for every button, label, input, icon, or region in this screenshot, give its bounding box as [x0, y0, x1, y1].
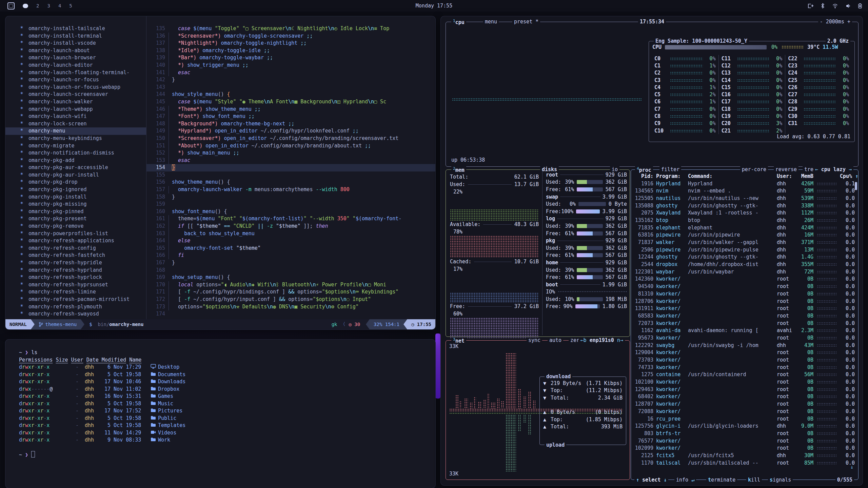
network-icon[interactable] — [832, 3, 838, 8]
code-line[interactable]: 137 *Nightlight*) omarchy-toggle-nightli… — [146, 40, 435, 47]
process-row[interactable]: 2125fcitx5/usr/bin/fcitx5dhh30M0.0 — [631, 452, 858, 459]
code-line[interactable]: 143 — [146, 84, 435, 91]
process-row[interactable]: 2544dropbox/home/dhh/.dropbox-distdhh355… — [631, 261, 858, 268]
process-row[interactable]: 71835elephantelephantdhh424M0.0 — [631, 224, 858, 231]
process-row[interactable]: 102100kworker/root0B0.0 — [631, 378, 858, 386]
code-line[interactable]: 158} — [146, 194, 435, 201]
file-item[interactable]: *omarchy-refresh-swayosd — [5, 310, 146, 318]
process-row[interactable]: 129004kworker/root0B0.0 — [631, 349, 858, 357]
file-item[interactable]: *omarchy-powerprofiles-list — [5, 230, 146, 238]
file-item[interactable]: *omarchy-launch-or-focus-webapp — [5, 84, 146, 91]
workspace-5[interactable]: 5 — [69, 3, 72, 8]
process-row[interactable]: 16rcu_preeroot0B0.0 — [631, 415, 858, 423]
code-line[interactable]: 161 theme=$(menu "Font" "$(omarchy-font-… — [146, 215, 435, 223]
code-line[interactable]: 163 back_to show_style_menu — [146, 230, 435, 238]
file-item[interactable]: *omarchy-launch-screensaver — [5, 91, 146, 98]
code-line[interactable]: 156show_theme_menu() { — [146, 179, 435, 186]
file-item[interactable]: *omarchy-launch-about — [5, 47, 146, 55]
proc-kill-button[interactable]: kill — [746, 477, 762, 483]
process-row[interactable]: 94540kworker/root0B0.0 — [631, 283, 858, 290]
code-line[interactable]: 149 *Hyprland*) open_in_editor ~/.config… — [146, 127, 435, 135]
process-row[interactable]: 74733kworker/root0B0.0 — [631, 364, 858, 371]
file-item[interactable]: *omarchy-pkg-pinned — [5, 208, 146, 216]
process-row[interactable]: 125505nautilus/usr/bin/nautilus --newdhh… — [631, 195, 858, 202]
process-row[interactable]: 102099kworker/root0B0.0 — [631, 444, 858, 452]
code-line[interactable]: 171 [ -f ~/.config/hypr/bindings.conf ] … — [146, 288, 435, 296]
code-line[interactable]: 150 *Screensaver*) open_in_editor ~/.con… — [146, 135, 435, 142]
process-row[interactable]: 122301waybar/usr/bin/waybardhh72M0.0 — [631, 268, 858, 276]
workspace-active[interactable] — [23, 4, 28, 8]
code-line[interactable]: 153 esac — [146, 157, 435, 164]
file-item[interactable]: *omarchy-pkg-drop — [5, 179, 146, 186]
code-line[interactable]: 159 — [146, 201, 435, 208]
file-item[interactable]: *omarchy-refresh-plymouth — [5, 303, 146, 311]
code-line[interactable]: 152 *) show_main_menu ;; — [146, 149, 435, 157]
process-row[interactable]: 1162avahi-daavahi-daemon: running [avahi… — [631, 327, 858, 334]
process-row[interactable]: 1275containe/usr/bin/containerdroot56M0.… — [631, 371, 858, 379]
file-item[interactable]: *omarchy-launch-floating-terminal- — [5, 69, 146, 77]
code-line[interactable]: 146 *Theme*) show_theme_menu ;; — [146, 106, 435, 113]
process-row[interactable]: 125756glycin-i/usr/lib/glycin-loadersdhh… — [631, 422, 858, 430]
file-item[interactable]: *omarchy-refresh-pacman-mirrorlist — [5, 296, 146, 303]
file-item[interactable]: *omarchy-pkg-aur-accessible — [5, 164, 146, 171]
process-row[interactable]: 129463kworker/root0B0.0 — [631, 386, 858, 393]
process-row[interactable]: 72073kworker/root0B0.0 — [631, 320, 858, 327]
file-item[interactable]: *omarchy-launch-webapp — [5, 106, 146, 113]
code-line[interactable]: 170 local options="◖ Audio\n◈ Wifi\nᛒ Bl… — [146, 281, 435, 289]
code-line[interactable]: 173 options="$options\n⚒ Defaults\n◍ DNS… — [146, 303, 435, 311]
proc-percore-button[interactable]: per-core — [740, 166, 768, 172]
code-line[interactable]: 169show_setup_menu() { — [146, 274, 435, 281]
editor-window[interactable]: *omarchy-install-tailscale*omarchy-insta… — [5, 16, 435, 329]
menu-button[interactable]: menu — [483, 19, 499, 25]
code-line[interactable]: 157 omarchy-launch-walker -m menus:omarc… — [146, 186, 435, 194]
proc-info-button[interactable]: info ↵ — [674, 477, 696, 483]
code-line[interactable]: 141 esac — [146, 69, 435, 77]
code-line[interactable]: 174 — [146, 310, 435, 318]
process-row[interactable]: 81310kworker/root0B0.0 — [631, 290, 858, 298]
process-row[interactable]: 134565nvimnvim --embed .dhh59M0.0 — [631, 187, 858, 195]
process-row[interactable]: 135088ghostty/usr/bin/ghostty --gtk-dhh3… — [631, 202, 858, 209]
file-item[interactable]: *omarchy-refresh-hyprland — [5, 267, 146, 274]
process-row[interactable]: 63816pipewire/usr/bin/pipewiredhh16M0.0 — [631, 231, 858, 239]
process-row[interactable]: 73703kworker/root0B0.0 — [631, 356, 858, 364]
net-sync-button[interactable]: sync — [527, 337, 542, 343]
file-item[interactable]: *omarchy-launch-wifi — [5, 113, 146, 120]
file-item[interactable]: *omarchy-refresh-hypridle — [5, 259, 146, 267]
file-item[interactable]: *omarchy-refresh-hyprlock — [5, 274, 146, 281]
file-item[interactable]: *omarchy-pkg-missing — [5, 201, 146, 208]
code-line[interactable]: 148 *Background*) omarchy-theme-bg-next … — [146, 120, 435, 128]
file-item[interactable]: *omarchy-pkg-install — [5, 194, 146, 201]
code-line[interactable]: 162 if [[ "$theme" == "CNCLD" || -z "$th… — [146, 223, 435, 230]
code-line[interactable]: 138 *Idle*) omarchy-toggle-idle ;; — [146, 47, 435, 55]
code-line[interactable]: 165 omarchy-font-set "$theme" — [146, 245, 435, 252]
file-item[interactable]: *omarchy-pkg-aur-install — [5, 171, 146, 179]
process-row[interactable]: 71837walker/usr/bin/walker --gappldhh371… — [631, 239, 858, 246]
file-item[interactable]: *omarchy-menu-keybindings — [5, 135, 146, 142]
terminal-window[interactable]: ~ ❯ lsPermissions Size User Date Modifie… — [5, 340, 435, 488]
code-line[interactable]: 168 — [146, 267, 435, 274]
preset-button[interactable]: preset * — [512, 19, 540, 25]
code-line[interactable]: 160show_font_menu() { — [146, 208, 435, 216]
bluetooth-icon[interactable] — [821, 3, 825, 8]
code-line[interactable]: 144show_style_menu() { — [146, 91, 435, 98]
process-row[interactable]: 2506pipewire/usr/bin/pipewire-pulsedhh13… — [631, 246, 858, 253]
file-item[interactable]: *omarchy-install-tailscale — [5, 25, 146, 33]
file-item[interactable]: *omarchy-launch-editor — [5, 62, 146, 69]
shell-prompt-empty[interactable]: ~ ❯ — [19, 451, 435, 459]
code-line[interactable]: 166 fi — [146, 252, 435, 259]
proc-terminate-button[interactable]: terminate — [706, 477, 737, 483]
code-line[interactable]: 142} — [146, 76, 435, 84]
net-interface-switcher[interactable]: ←b enp191s0 n→ — [579, 337, 625, 343]
code-line[interactable]: 139 *Bar*) omarchy-toggle-waybar ;; — [146, 54, 435, 62]
proc-signals-button[interactable]: signals — [768, 477, 793, 483]
file-item[interactable]: *omarchy-launch-walker — [5, 98, 146, 106]
proc-filter-button[interactable]: filter — [659, 166, 681, 172]
code-line[interactable]: 151 *About*) open_in_editor ~/.config/om… — [146, 142, 435, 150]
process-row[interactable]: 95673kworker/root0B0.0 — [631, 334, 858, 342]
file-item[interactable]: *omarchy-pkg-present — [5, 215, 146, 223]
code-line[interactable]: 155 — [146, 171, 435, 179]
file-item[interactable]: *omarchy-refresh-fastfetch — [5, 252, 146, 259]
code-line[interactable]: 172 [ -f ~/.config/hypr/input.conf ] && … — [146, 296, 435, 303]
process-row[interactable]: 68402kworker/root0B0.0 — [631, 393, 858, 401]
workspace-4[interactable]: 4 — [58, 3, 61, 8]
